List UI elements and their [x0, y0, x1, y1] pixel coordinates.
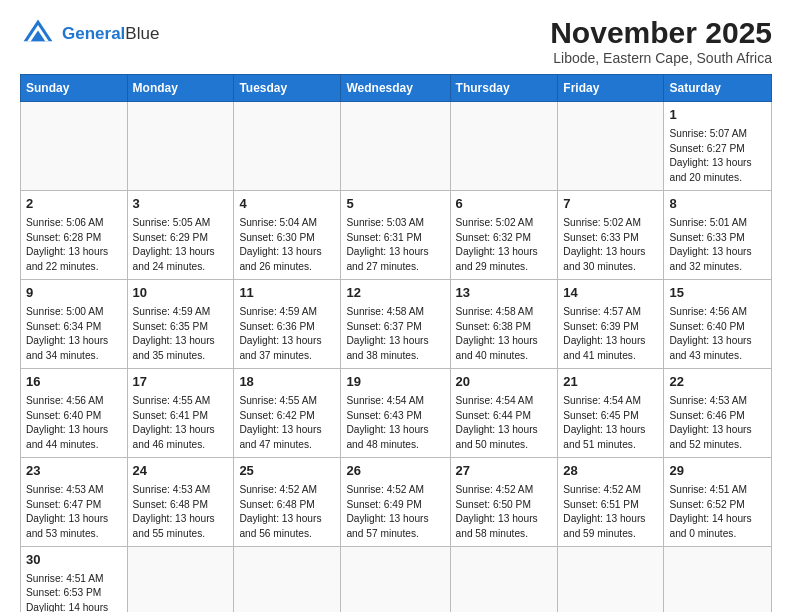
- day-info: Daylight: 13 hours and 32 minutes.: [669, 245, 766, 275]
- calendar-cell: 30Sunrise: 4:51 AMSunset: 6:53 PMDayligh…: [21, 546, 128, 612]
- week-row-6: 30Sunrise: 4:51 AMSunset: 6:53 PMDayligh…: [21, 546, 772, 612]
- day-info: Daylight: 13 hours and 24 minutes.: [133, 245, 229, 275]
- day-info: Sunrise: 4:52 AM: [239, 483, 335, 498]
- day-info: Daylight: 13 hours and 55 minutes.: [133, 512, 229, 542]
- calendar-cell: [450, 546, 558, 612]
- week-row-2: 2Sunrise: 5:06 AMSunset: 6:28 PMDaylight…: [21, 190, 772, 279]
- day-info: Sunrise: 5:04 AM: [239, 216, 335, 231]
- day-info: Sunrise: 4:58 AM: [346, 305, 444, 320]
- day-info: Sunset: 6:51 PM: [563, 498, 658, 513]
- day-info: Sunset: 6:48 PM: [133, 498, 229, 513]
- day-info: Daylight: 13 hours and 40 minutes.: [456, 334, 553, 364]
- day-info: Sunset: 6:45 PM: [563, 409, 658, 424]
- day-info: Daylight: 13 hours and 46 minutes.: [133, 423, 229, 453]
- day-info: Sunrise: 4:54 AM: [346, 394, 444, 409]
- day-info: Daylight: 13 hours and 27 minutes.: [346, 245, 444, 275]
- day-info: Daylight: 13 hours and 43 minutes.: [669, 334, 766, 364]
- weekday-header-row: SundayMondayTuesdayWednesdayThursdayFrid…: [21, 75, 772, 102]
- day-info: Sunrise: 4:54 AM: [563, 394, 658, 409]
- calendar-cell: 20Sunrise: 4:54 AMSunset: 6:44 PMDayligh…: [450, 368, 558, 457]
- day-number: 20: [456, 373, 553, 392]
- day-info: Daylight: 13 hours and 34 minutes.: [26, 334, 122, 364]
- day-number: 25: [239, 462, 335, 481]
- day-info: Sunset: 6:47 PM: [26, 498, 122, 513]
- day-number: 22: [669, 373, 766, 392]
- day-number: 3: [133, 195, 229, 214]
- day-info: Sunset: 6:50 PM: [456, 498, 553, 513]
- day-info: Sunrise: 4:52 AM: [563, 483, 658, 498]
- calendar-cell: 10Sunrise: 4:59 AMSunset: 6:35 PMDayligh…: [127, 279, 234, 368]
- day-info: Sunset: 6:44 PM: [456, 409, 553, 424]
- day-info: Daylight: 13 hours and 51 minutes.: [563, 423, 658, 453]
- calendar-cell: [21, 102, 128, 191]
- day-info: Sunrise: 4:53 AM: [669, 394, 766, 409]
- day-number: 24: [133, 462, 229, 481]
- day-info: Daylight: 13 hours and 57 minutes.: [346, 512, 444, 542]
- calendar-cell: 16Sunrise: 4:56 AMSunset: 6:40 PMDayligh…: [21, 368, 128, 457]
- day-number: 7: [563, 195, 658, 214]
- calendar-cell: 26Sunrise: 4:52 AMSunset: 6:49 PMDayligh…: [341, 457, 450, 546]
- calendar-cell: [558, 546, 664, 612]
- day-info: Sunset: 6:42 PM: [239, 409, 335, 424]
- day-info: Sunset: 6:43 PM: [346, 409, 444, 424]
- weekday-header-sunday: Sunday: [21, 75, 128, 102]
- calendar-cell: 13Sunrise: 4:58 AMSunset: 6:38 PMDayligh…: [450, 279, 558, 368]
- day-number: 8: [669, 195, 766, 214]
- day-info: Daylight: 13 hours and 52 minutes.: [669, 423, 766, 453]
- day-info: Sunset: 6:35 PM: [133, 320, 229, 335]
- day-info: Sunrise: 4:52 AM: [346, 483, 444, 498]
- day-info: Sunset: 6:49 PM: [346, 498, 444, 513]
- day-info: Daylight: 13 hours and 22 minutes.: [26, 245, 122, 275]
- weekday-header-thursday: Thursday: [450, 75, 558, 102]
- calendar-cell: 28Sunrise: 4:52 AMSunset: 6:51 PMDayligh…: [558, 457, 664, 546]
- day-info: Sunset: 6:33 PM: [563, 231, 658, 246]
- day-info: Daylight: 13 hours and 53 minutes.: [26, 512, 122, 542]
- day-info: Sunset: 6:53 PM: [26, 586, 122, 601]
- calendar-cell: 21Sunrise: 4:54 AMSunset: 6:45 PMDayligh…: [558, 368, 664, 457]
- logo-icon: [20, 16, 56, 52]
- calendar-table: SundayMondayTuesdayWednesdayThursdayFrid…: [20, 74, 772, 612]
- calendar-cell: [450, 102, 558, 191]
- day-info: Sunrise: 5:02 AM: [456, 216, 553, 231]
- day-info: Sunrise: 4:56 AM: [669, 305, 766, 320]
- day-number: 14: [563, 284, 658, 303]
- day-info: Daylight: 13 hours and 56 minutes.: [239, 512, 335, 542]
- day-number: 30: [26, 551, 122, 570]
- day-info: Daylight: 13 hours and 44 minutes.: [26, 423, 122, 453]
- day-number: 18: [239, 373, 335, 392]
- day-number: 4: [239, 195, 335, 214]
- calendar-cell: 8Sunrise: 5:01 AMSunset: 6:33 PMDaylight…: [664, 190, 772, 279]
- page-header: GeneralBlue November 2025 Libode, Easter…: [20, 16, 772, 66]
- weekday-header-friday: Friday: [558, 75, 664, 102]
- day-info: Daylight: 13 hours and 59 minutes.: [563, 512, 658, 542]
- day-info: Sunrise: 4:53 AM: [26, 483, 122, 498]
- calendar-cell: 4Sunrise: 5:04 AMSunset: 6:30 PMDaylight…: [234, 190, 341, 279]
- title-block: November 2025 Libode, Eastern Cape, Sout…: [550, 16, 772, 66]
- day-info: Sunset: 6:52 PM: [669, 498, 766, 513]
- calendar-cell: 27Sunrise: 4:52 AMSunset: 6:50 PMDayligh…: [450, 457, 558, 546]
- day-info: Sunset: 6:40 PM: [669, 320, 766, 335]
- page-subtitle: Libode, Eastern Cape, South Africa: [550, 50, 772, 66]
- day-number: 1: [669, 106, 766, 125]
- calendar-cell: [234, 546, 341, 612]
- day-number: 6: [456, 195, 553, 214]
- calendar-cell: 7Sunrise: 5:02 AMSunset: 6:33 PMDaylight…: [558, 190, 664, 279]
- week-row-3: 9Sunrise: 5:00 AMSunset: 6:34 PMDaylight…: [21, 279, 772, 368]
- day-info: Daylight: 13 hours and 50 minutes.: [456, 423, 553, 453]
- day-info: Sunset: 6:41 PM: [133, 409, 229, 424]
- day-number: 10: [133, 284, 229, 303]
- weekday-header-saturday: Saturday: [664, 75, 772, 102]
- day-number: 11: [239, 284, 335, 303]
- day-number: 29: [669, 462, 766, 481]
- calendar-cell: 17Sunrise: 4:55 AMSunset: 6:41 PMDayligh…: [127, 368, 234, 457]
- day-info: Daylight: 13 hours and 29 minutes.: [456, 245, 553, 275]
- calendar-cell: 18Sunrise: 4:55 AMSunset: 6:42 PMDayligh…: [234, 368, 341, 457]
- day-info: Sunset: 6:29 PM: [133, 231, 229, 246]
- day-info: Sunset: 6:37 PM: [346, 320, 444, 335]
- calendar-cell: 23Sunrise: 4:53 AMSunset: 6:47 PMDayligh…: [21, 457, 128, 546]
- calendar-cell: 11Sunrise: 4:59 AMSunset: 6:36 PMDayligh…: [234, 279, 341, 368]
- day-number: 5: [346, 195, 444, 214]
- calendar-cell: 19Sunrise: 4:54 AMSunset: 6:43 PMDayligh…: [341, 368, 450, 457]
- calendar-cell: 14Sunrise: 4:57 AMSunset: 6:39 PMDayligh…: [558, 279, 664, 368]
- calendar-cell: 24Sunrise: 4:53 AMSunset: 6:48 PMDayligh…: [127, 457, 234, 546]
